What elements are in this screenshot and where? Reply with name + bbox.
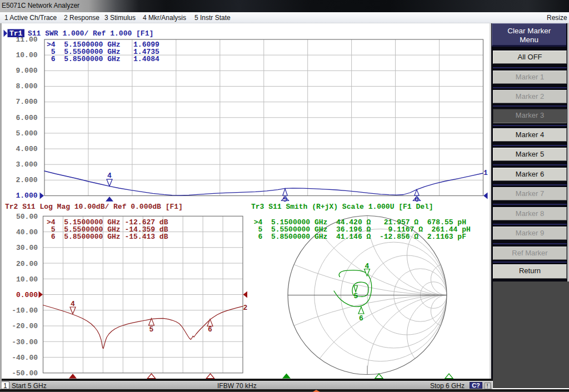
svg-text:6.000: 6.000: [16, 114, 37, 122]
svg-text:-50.00: -50.00: [12, 369, 38, 378]
svg-text:2: 2: [243, 304, 248, 312]
svg-text:6 5.8500000 GHz 41.146 Ω -1: 6 5.8500000 GHz 41.146 Ω -12.856 Ω 2.116…: [254, 233, 466, 241]
svg-text:2.000: 2.000: [16, 176, 37, 184]
svg-text:10.00: 10.00: [16, 275, 38, 284]
svg-text:-40.00: -40.00: [12, 354, 38, 362]
svg-text:4: 4: [107, 172, 112, 180]
svg-text:-20.00: -20.00: [12, 322, 38, 330]
svg-text:S11 SWR 1.000/ Ref 1.000 [F1]: S11 SWR 1.000/ Ref 1.000 [F1]: [28, 29, 153, 38]
svg-text:10.00: 10.00: [16, 51, 37, 59]
svg-text:4: 4: [365, 262, 370, 270]
svg-text:Tr1: Tr1: [9, 29, 23, 38]
svg-text:6: 6: [415, 195, 419, 204]
svg-text:5: 5: [149, 325, 154, 334]
svg-text:5: 5: [354, 292, 358, 300]
svg-text:6 5.8500000 GHz 1.4084: 6 5.8500000 GHz 1.4084: [47, 55, 159, 63]
svg-text:30.00: 30.00: [16, 244, 38, 252]
svg-text:40.00: 40.00: [16, 228, 38, 237]
svg-text:Tr2 S11 Log Mag 10.00dB/ Ref 0: Tr2 S11 Log Mag 10.00dB/ Ref 0.000dB [F1…: [5, 203, 183, 211]
svg-text:Tr3 S11 Smith (R+jX) Scale 1.0: Tr3 S11 Smith (R+jX) Scale 1.000U [F1 De…: [251, 203, 433, 211]
svg-text:-10.00: -10.00: [12, 306, 38, 315]
svg-text:5.000: 5.000: [16, 129, 37, 138]
svg-text:8.000: 8.000: [16, 82, 37, 91]
svg-text:50.00: 50.00: [16, 213, 38, 221]
svg-text:1: 1: [483, 169, 488, 177]
svg-text:6: 6: [208, 325, 212, 334]
svg-text:20.00: 20.00: [16, 260, 38, 268]
svg-text:4.000: 4.000: [16, 145, 37, 153]
svg-text:0.000: 0.000: [16, 291, 38, 299]
svg-text:7.000: 7.000: [16, 98, 37, 106]
svg-text:1.000: 1.000: [16, 192, 37, 200]
svg-text:-30.00: -30.00: [12, 338, 38, 346]
svg-text:5: 5: [283, 195, 287, 204]
svg-text:3.000: 3.000: [16, 160, 37, 169]
svg-text:6 5.8500000 GHz -15.413 dB: 6 5.8500000 GHz -15.413 dB: [47, 233, 168, 241]
svg-text:4: 4: [71, 300, 75, 308]
svg-text:6: 6: [359, 314, 363, 323]
svg-text:9.000: 9.000: [16, 67, 37, 75]
